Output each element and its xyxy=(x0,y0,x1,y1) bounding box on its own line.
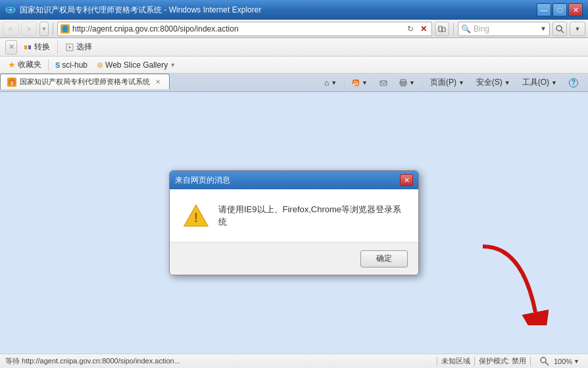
tab-favicon: g xyxy=(7,78,16,87)
dialog-overlay: 来自网页的消息 ✕ ! 请使用IE9以上、Firefox,Chrome等浏览器登… xyxy=(0,92,588,354)
sci-hub-label: sci-hub xyxy=(62,60,87,70)
dialog-body: ! 请使用IE9以上、Firefox,Chrome等浏览器登录系统 xyxy=(170,189,418,242)
select-button[interactable]: 选择 xyxy=(61,40,97,55)
browser-icon xyxy=(5,5,16,15)
svg-rect-8 xyxy=(442,28,445,32)
tool-separator-1 xyxy=(344,77,345,89)
status-text: 等待 http://agent.cnipa.gov.cn:8000/sipo/i… xyxy=(5,356,433,366)
svg-rect-7 xyxy=(439,26,442,32)
svg-line-26 xyxy=(545,362,549,365)
close-button[interactable]: ✕ xyxy=(568,3,583,16)
sci-hub-icon: S xyxy=(55,61,60,69)
dialog-title: 来自网页的消息 xyxy=(175,175,230,186)
search-options-button[interactable]: ▼ xyxy=(570,22,585,36)
minimize-button[interactable]: — xyxy=(537,3,551,16)
feed-button[interactable]: ▼ xyxy=(347,76,372,90)
svg-text:!: ! xyxy=(194,210,199,225)
tools-dropdown-icon[interactable]: ▼ xyxy=(551,80,557,86)
search-bar[interactable]: 🔍 Bing ▼ xyxy=(458,22,550,36)
dialog-title-bar: 来自网页的消息 ✕ xyxy=(170,171,418,189)
svg-point-3 xyxy=(9,9,12,11)
status-separator-3 xyxy=(530,357,531,366)
svg-rect-11 xyxy=(24,45,27,49)
zoom-dropdown-icon: ▼ xyxy=(574,358,579,365)
search-icon: 🔍 xyxy=(461,24,471,34)
print-button[interactable]: ▼ xyxy=(395,76,420,90)
status-bar: 等待 http://agent.cnipa.gov.cn:8000/sipo/i… xyxy=(0,354,588,368)
safe-label: 安全(S) xyxy=(476,77,502,88)
refresh-button[interactable]: ↻ xyxy=(405,24,416,34)
web-slice-gallery-bookmark[interactable]: ⊕ Web Slice Gallery ▼ xyxy=(94,59,178,71)
svg-point-25 xyxy=(541,357,546,363)
compatibility-button[interactable] xyxy=(435,22,449,36)
tools-menu-button[interactable]: 工具(O) ▼ xyxy=(518,76,562,90)
page-menu-button[interactable]: 页面(P) ▼ xyxy=(426,76,469,90)
favorites-bar: ★ 收藏夹 S sci-hub ⊕ Web Slice Gallery ▼ xyxy=(0,57,588,74)
fav-separator xyxy=(48,59,49,71)
back-button[interactable] xyxy=(3,22,18,36)
nav-separator xyxy=(53,22,53,35)
active-tab[interactable]: g 国家知识产权局专利代理师资格考试系统 ✕ xyxy=(0,74,170,89)
search-go-button[interactable] xyxy=(552,22,567,36)
status-right: 100% ▼ xyxy=(540,356,583,367)
dialog-message: 请使用IE9以上、Firefox,Chrome等浏览器登录系统 xyxy=(218,203,405,229)
web-slice-dropdown-icon: ▼ xyxy=(170,62,176,68)
help-icon: ? xyxy=(569,78,578,87)
page-dropdown-icon[interactable]: ▼ xyxy=(458,80,464,86)
svg-text:g: g xyxy=(11,80,13,85)
tab-close-button[interactable]: ✕ xyxy=(153,78,162,87)
tool-separator-2 xyxy=(422,77,423,89)
svg-rect-12 xyxy=(28,45,31,49)
tab-label: 国家知识产权局专利代理师资格考试系统 xyxy=(20,77,150,87)
dialog-ok-button[interactable]: 确定 xyxy=(360,250,408,267)
web-slice-icon: ⊕ xyxy=(97,60,103,70)
safety-menu-button[interactable]: 安全(S) ▼ xyxy=(472,76,515,90)
zoom-button[interactable]: 100% ▼ xyxy=(551,356,583,367)
cmd-separator xyxy=(57,41,58,54)
recent-pages-button[interactable]: ▼ xyxy=(39,22,49,36)
navigation-bar: ▼ http://agent.cnipa.gov.cn:8000/sipo/in… xyxy=(0,20,588,38)
home-dropdown-icon[interactable]: ▼ xyxy=(331,80,337,86)
forward-button[interactable] xyxy=(21,22,37,36)
svg-point-17 xyxy=(353,83,355,85)
print-dropdown-icon[interactable]: ▼ xyxy=(409,80,415,86)
page-favicon xyxy=(61,24,70,34)
page-label: 页面(P) xyxy=(430,77,456,88)
status-separator-1 xyxy=(437,357,437,366)
home-button[interactable]: ⌂ ▼ xyxy=(320,76,341,90)
address-bar[interactable]: http://agent.cnipa.gov.cn:8000/sipo/inde… xyxy=(57,22,432,36)
zoom-icon xyxy=(540,357,549,366)
svg-point-9 xyxy=(556,26,562,31)
web-slice-gallery-label: Web Slice Gallery xyxy=(105,60,168,70)
dialog-footer: 确定 xyxy=(170,242,418,275)
protection-mode: 保护模式: 禁用 xyxy=(479,356,526,366)
message-dialog: 来自网页的消息 ✕ ! 请使用IE9以上、Firefox,Chrome等浏览器登… xyxy=(169,170,419,275)
maximize-button[interactable]: □ xyxy=(552,3,567,16)
zoom-level: 100% xyxy=(554,357,572,365)
warning-icon: ! xyxy=(183,202,209,229)
svg-rect-18 xyxy=(380,81,387,85)
close-tab-button[interactable]: ✕ xyxy=(5,40,17,55)
search-placeholder: Bing xyxy=(474,24,537,34)
convert-button[interactable]: 转换 xyxy=(18,40,55,55)
favorites-folder-button[interactable]: ★ 收藏夹 xyxy=(5,58,44,72)
read-mail-button[interactable] xyxy=(375,76,392,90)
title-bar: 国家知识产权局专利代理师资格考试系统 - Windows Internet Ex… xyxy=(0,0,588,20)
dialog-close-button[interactable]: ✕ xyxy=(400,174,413,186)
address-text: http://agent.cnipa.gov.cn:8000/sipo/inde… xyxy=(72,24,403,34)
home-icon: ⌂ xyxy=(324,78,329,87)
sci-hub-bookmark[interactable]: S sci-hub xyxy=(53,59,90,71)
window-buttons: — □ ✕ xyxy=(537,3,583,16)
feed-dropdown-icon[interactable]: ▼ xyxy=(362,80,368,86)
svg-line-10 xyxy=(561,30,564,33)
tools-label: 工具(O) xyxy=(522,77,549,88)
nav-separator-2 xyxy=(453,22,454,35)
stop-button[interactable]: ✕ xyxy=(418,24,429,34)
search-dropdown-icon[interactable]: ▼ xyxy=(540,25,547,32)
window-title: 国家知识产权局专利代理师资格考试系统 - Windows Internet Ex… xyxy=(20,5,261,16)
star-icon: ★ xyxy=(8,60,16,70)
safe-dropdown-icon[interactable]: ▼ xyxy=(504,80,510,86)
security-zone: 未知区域 xyxy=(441,356,470,366)
command-bar: ✕ 转换 选择 xyxy=(0,38,588,57)
help-button[interactable]: ? xyxy=(564,76,583,90)
